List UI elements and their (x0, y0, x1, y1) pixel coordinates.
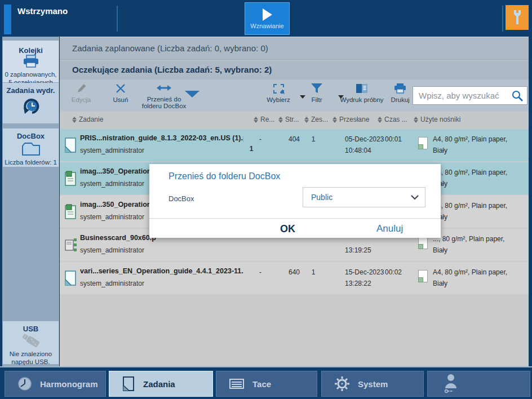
job-owner: system_administrator (80, 213, 144, 221)
search-input[interactable] (413, 86, 527, 105)
printed-jobs-title: Zadania wydr. (3, 83, 59, 95)
sort-icon (278, 117, 283, 123)
select-button-label: Wybierz (267, 96, 290, 104)
tab-schedule-label: Harmonogram (40, 379, 98, 389)
search-container (413, 86, 527, 105)
filter-button[interactable]: Filtr (296, 82, 337, 110)
ok-button[interactable]: OK (274, 221, 301, 237)
job-time: 13:19:25 (345, 246, 371, 254)
edit-button-label: Edycja (72, 96, 91, 104)
select-button[interactable]: Wybierz (258, 82, 299, 110)
tab-user-login[interactable] (427, 371, 530, 397)
job-owner: system_administrator (80, 147, 144, 154)
delete-button[interactable]: Usuń (100, 82, 141, 110)
jobs-toolbar: Edycja Usuń Przenieś d (60, 79, 529, 111)
image-document-icon (64, 204, 77, 219)
column-header-str[interactable]: Str... (278, 116, 299, 123)
scheduled-jobs-header[interactable]: Zadania zaplanowane (Liczba zadań: 0, wy… (60, 37, 529, 60)
bottom-navigation: Harmonogram Zadania Tace (0, 366, 532, 399)
docbox-count: Liczba folderów: 1 (3, 158, 59, 166)
image-document-icon (64, 171, 77, 186)
sort-icon (254, 117, 258, 123)
clock-icon (17, 376, 32, 391)
topbar-divider-right (502, 6, 503, 32)
column-header-sent[interactable]: Przesłane (333, 116, 369, 123)
job-media-line1: A4, 80 g/m², Plain paper, (433, 202, 507, 210)
job-media-line1: A4, 80 g/m², Plain paper, (433, 135, 507, 143)
tray-icon (229, 378, 245, 390)
play-icon (263, 8, 272, 21)
tab-system-label: System (358, 379, 388, 389)
column-header-zes[interactable]: Zes... (304, 116, 328, 123)
status-accent-bar (4, 5, 11, 34)
chevron-down-icon (410, 194, 419, 200)
move-dropdown-arrow[interactable] (185, 91, 200, 97)
edit-button[interactable]: Edycja (61, 82, 101, 110)
job-media-line1: A4, 80 g/m², Plain paper, (433, 268, 507, 276)
column-header-media[interactable]: Użyte nośniki (414, 116, 460, 123)
job-name: PRIS...nistration_guide_8.1.3_2022-03_en… (80, 134, 243, 142)
service-mode-button[interactable] (506, 5, 529, 30)
column-header-re[interactable]: Re... (254, 116, 274, 123)
filter-button-label: Filtr (311, 96, 322, 104)
tab-trays[interactable]: Tace (216, 371, 317, 397)
job-name: imag...350_Operation_ (80, 167, 155, 175)
job-pages: 640 (272, 268, 300, 276)
column-header-job[interactable]: Zadanie (72, 116, 103, 123)
waiting-jobs-header-label: Oczekujące zadania (Liczba zadań: 5, wyb… (72, 65, 272, 74)
move-to-docbox-label: Przenieś do folderu DocBox (140, 96, 188, 110)
table-row[interactable]: vari...series_EN_Operation_guide_4.4.1_2… (60, 262, 529, 294)
queues-title: Kolejki (3, 44, 59, 55)
job-name: vari...series_EN_Operation_guide_4.4.1_2… (80, 267, 243, 275)
tab-jobs[interactable]: Zadania (109, 371, 213, 397)
column-header-re-label: Re... (260, 116, 274, 123)
sidebar-item-usb[interactable]: USB Nie znaleziono napędu USB. (3, 321, 59, 364)
sidebar-item-queues[interactable]: Kolejki 0 zaplanowanych, 5 oczekujących (3, 41, 59, 82)
column-header-str-label: Str... (285, 116, 299, 123)
column-header-job-label: Zadanie (79, 116, 103, 123)
resume-button[interactable]: Wznawianie (245, 2, 290, 35)
tab-system[interactable]: System (321, 371, 424, 397)
job-name: imag...350_Operation_ (80, 201, 155, 209)
move-to-docbox-button[interactable]: Przenieś do folderu DocBox (140, 82, 188, 110)
cancel-button[interactable]: Anuluj (371, 221, 409, 237)
table-row[interactable]: PRIS...nistration_guide_8.1.3_2022-03_en… (60, 129, 529, 161)
pencil-icon (75, 82, 87, 95)
job-re: - (255, 135, 266, 143)
job-sets: 1 (305, 268, 321, 276)
docbox-folder-select[interactable]: Public (303, 187, 425, 207)
sort-icon (72, 117, 77, 123)
job-media-line2: Biały (433, 246, 447, 254)
dialog-title: Przenieś do folderu DocBox (169, 171, 280, 181)
paper-icon (418, 137, 428, 149)
businesscard-icon (64, 237, 78, 252)
document-icon (122, 376, 135, 392)
printer-status-label: Wstrzymano (17, 6, 68, 16)
sort-icon (414, 117, 418, 123)
job-date: 15-Dec-2023 (345, 268, 384, 276)
queues-line1: 0 zaplanowanych, (3, 70, 59, 78)
tab-trays-label: Tace (252, 379, 271, 389)
printer-ui-window: Wstrzymano Wznawianie Kolejki 0 zaplanow… (0, 0, 532, 399)
job-media-line1: A4, 80 g/m², Plain paper, (433, 169, 507, 176)
job-owner: system_administrator (80, 280, 144, 287)
paper-icon (418, 270, 428, 282)
column-header-czas[interactable]: Czas ... (378, 116, 407, 123)
proof-print-button-label: Wydruk próbny (340, 96, 383, 104)
tab-jobs-label: Zadania (143, 379, 175, 389)
job-sets: 1 (305, 135, 321, 143)
job-name: Businesscard_90x60.p (80, 234, 156, 242)
job-re: - (255, 268, 266, 276)
proof-print-button[interactable]: Wydruk próbny (338, 82, 385, 110)
sidebar-item-docbox[interactable]: DocBox Liczba folderów: 1 (3, 128, 59, 167)
tab-schedule[interactable]: Harmonogram (5, 371, 106, 397)
job-duration: 00:01 (385, 135, 402, 143)
search-icon[interactable] (511, 90, 524, 102)
usb-line2: napędu USB. (3, 358, 59, 366)
sidebar-item-printed-jobs[interactable]: Zadania wydr. (3, 83, 59, 123)
scheduled-jobs-header-label: Zadania zaplanowane (Liczba zadań: 0, wy… (72, 43, 268, 53)
folder-icon (20, 141, 42, 156)
left-right-arrow-icon (157, 82, 171, 95)
column-header-zes-label: Zes... (311, 116, 328, 123)
sort-icon (333, 117, 337, 123)
